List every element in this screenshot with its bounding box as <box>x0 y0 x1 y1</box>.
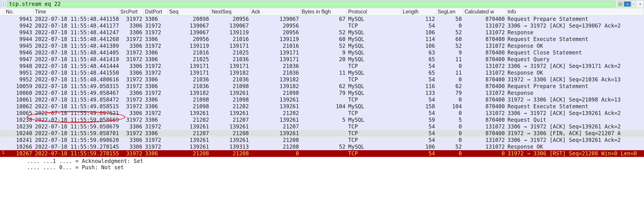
display-filter-input[interactable] <box>7 1 616 7</box>
cell-no: 10065 <box>4 110 34 116</box>
col-length[interactable]: Length <box>402 8 436 15</box>
cell-calculated-w: 131072 <box>463 123 506 130</box>
cell-info: Response OK <box>506 43 644 49</box>
packet-details-pane[interactable]: .... ...1 .... = Acknowledgment: Set ...… <box>0 157 644 170</box>
cell-time: 2022-07-18 11:55:48.441550 <box>34 70 119 76</box>
cell-time: 2022-07-18 11:55:59.058679 <box>34 123 119 130</box>
packet-row[interactable]: 100612022-07-18 11:55:49.058472319723306… <box>0 96 644 103</box>
cell-ack: 21202 <box>250 110 300 116</box>
apply-filter-button[interactable]: ➔ <box>624 2 631 7</box>
cell-calculated-w: 131072 <box>463 137 506 143</box>
packet-list-body[interactable]: 99412022-07-18 11:55:48.4411583197233062… <box>0 16 644 157</box>
cell-calculated-w: 870400 <box>463 117 506 123</box>
cell-next-seq: 21202 <box>210 103 250 110</box>
add-filter-button[interactable]: ＋ <box>638 2 643 7</box>
cell-src-port: 31972 <box>119 36 144 42</box>
cell-length: 54 <box>402 23 436 29</box>
packet-row[interactable]: 100652022-07-18 11:55:49.097621330631972… <box>0 110 644 117</box>
cell-time: 2022-07-18 11:55:48.441405 <box>34 50 119 56</box>
cell-info: Request Execute Statement <box>506 103 644 110</box>
cell-time: 2022-07-18 11:55:48.441389 <box>34 43 119 49</box>
cell-bytes-in-flight: 67 <box>300 16 347 22</box>
cell-src-port: 31972 <box>119 150 144 157</box>
cell-time: 2022-07-18 11:55:49.058467 <box>34 90 119 96</box>
filter-history-dropdown[interactable]: ▾ <box>632 2 635 7</box>
cell-ack: 139182 <box>250 76 300 83</box>
packet-row[interactable]: 102392022-07-18 11:55:59.058679330631972… <box>0 123 644 130</box>
packet-row[interactable]: 100592022-07-18 11:55:49.058315319723306… <box>0 83 644 90</box>
cell-protocol: MySQL <box>347 43 402 49</box>
clear-filter-button[interactable]: ✕ <box>618 2 623 7</box>
cell-protocol: TCP <box>347 137 402 143</box>
packet-row[interactable]: 99432022-07-18 11:55:48.4412473306319721… <box>0 29 644 36</box>
packet-row[interactable]: 102412022-07-18 11:55:59.098620330631972… <box>0 137 644 143</box>
cell-ack: 21208 <box>250 144 300 150</box>
cell-no: 9945 <box>4 43 34 49</box>
packet-row[interactable]: └102672022-07-18 11:55:59.27815531972330… <box>0 150 644 157</box>
col-no[interactable]: No. <box>4 8 34 15</box>
cell-src-port: 3306 <box>119 137 144 143</box>
col-protocol[interactable]: Protocol <box>347 8 402 15</box>
cell-seg-len: 52 <box>436 144 463 150</box>
cell-no: 10267 <box>4 150 34 157</box>
cell-info: Response OK <box>506 144 644 150</box>
cell-calculated-w: 870400 <box>463 50 506 56</box>
col-dst-port[interactable]: DstPort <box>144 8 168 15</box>
cell-time: 2022-07-18 11:55:48.441247 <box>34 29 119 36</box>
packet-row[interactable]: 99522022-07-18 11:55:48.4806163197233062… <box>0 76 644 83</box>
packet-row[interactable]: 99442022-07-18 11:55:48.4412683197233062… <box>0 36 644 43</box>
col-seg-len[interactable]: SegLen <box>436 8 463 15</box>
cell-seq: 20956 <box>168 36 210 42</box>
col-src-port[interactable]: SrcPort <box>119 8 144 15</box>
packet-row[interactable]: 102382022-07-18 11:55:59.058669319723306… <box>0 117 644 123</box>
cell-info: 31972 → 3306 [RST] Seq=21208 Win=0 Len=0 <box>506 150 644 157</box>
cell-time: 2022-07-18 11:55:49.058515 <box>34 103 119 110</box>
bookmark-filter-icon[interactable]: ▯ <box>1 2 6 6</box>
cell-seq: 20898 <box>168 16 210 22</box>
cell-no: 9946 <box>4 50 34 56</box>
packet-row[interactable]: 99462022-07-18 11:55:48.4414053197233062… <box>0 49 644 56</box>
col-time[interactable]: Time <box>34 8 119 15</box>
cell-time: 2022-07-18 11:55:48.441268 <box>34 36 119 42</box>
cell-seg-len: 0 <box>436 76 463 83</box>
packet-row[interactable]: 99482022-07-18 11:55:48.4414443306319721… <box>0 63 644 70</box>
cell-info: Request Execute Statement <box>506 36 644 42</box>
packet-row[interactable]: 99412022-07-18 11:55:48.4411583197233062… <box>0 16 644 23</box>
cell-src-port: 31972 <box>119 97 144 103</box>
cell-seq: 21025 <box>168 56 210 63</box>
cell-next-seq: 139171 <box>210 43 250 49</box>
cell-length: 54 <box>402 137 436 143</box>
packet-row[interactable]: 99452022-07-18 11:55:48.4413893306319721… <box>0 43 644 49</box>
packet-row[interactable]: 100602022-07-18 11:55:49.058467330631972… <box>0 90 644 96</box>
col-calculated-w[interactable]: Calculated w <box>463 8 506 15</box>
col-seq[interactable]: Seq <box>168 8 210 15</box>
packet-row[interactable]: 99472022-07-18 11:55:48.4414193197233062… <box>0 56 644 63</box>
packet-row[interactable]: 99422022-07-18 11:55:48.4411773306319721… <box>0 23 644 29</box>
cell-next-seq: 21016 <box>210 36 250 42</box>
col-bytes-in-flight[interactable]: Bytes in fligh <box>300 8 347 15</box>
col-ack[interactable]: Ack <box>250 8 300 15</box>
cell-dst-port: 31972 <box>144 70 168 76</box>
packet-row[interactable]: 102662022-07-18 11:55:59.278145330631972… <box>0 143 644 150</box>
cell-no: 9951 <box>4 70 34 76</box>
col-marker[interactable] <box>0 12 4 12</box>
packet-row[interactable]: 99512022-07-18 11:55:48.4415503306319721… <box>0 70 644 76</box>
cell-dst-port: 3306 <box>144 16 168 22</box>
cell-calculated-w: 870400 <box>463 97 506 103</box>
cell-next-seq: 21208 <box>210 150 250 157</box>
cell-dst-port: 3306 <box>144 97 168 103</box>
cell-seq: 139261 <box>168 137 210 143</box>
cell-bytes-in-flight: 79 <box>300 90 347 96</box>
col-info[interactable]: Info <box>506 8 644 15</box>
cell-protocol: MySQL <box>347 117 402 123</box>
cell-bytes-in-flight: 9 <box>300 50 347 56</box>
packet-row[interactable]: 100622022-07-18 11:55:49.058515319723306… <box>0 103 644 110</box>
cell-time: 2022-07-18 11:55:49.097621 <box>34 110 119 116</box>
cell-dst-port: 3306 <box>144 56 168 63</box>
detail-line-ack-flag[interactable]: .... ...1 .... = Acknowledgment: Set <box>27 158 644 164</box>
cell-ack: 21036 <box>250 63 300 69</box>
detail-line-push-flag[interactable]: .... .... 0... = Push: Not set <box>27 164 644 170</box>
col-next-seq[interactable]: NextSeq <box>210 8 250 15</box>
cell-info: 31972 → 3306 [ACK] Seq=21036 Ack=13 <box>506 76 644 83</box>
packet-row[interactable]: 102402022-07-18 11:55:59.058701319723306… <box>0 130 644 137</box>
